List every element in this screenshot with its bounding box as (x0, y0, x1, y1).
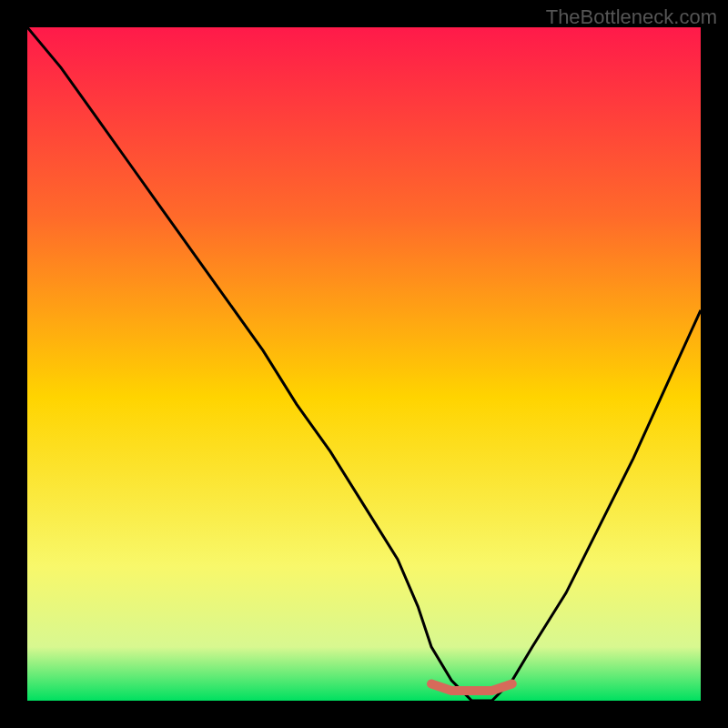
watermark-text: TheBottleneck.com (546, 5, 717, 29)
bottleneck-curve (27, 27, 701, 701)
plot-area (27, 27, 701, 701)
curve-layer (27, 27, 701, 701)
flat-zone-marker (431, 684, 512, 691)
